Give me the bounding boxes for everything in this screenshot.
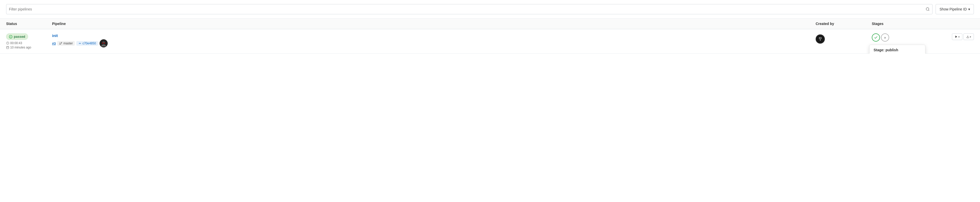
download-button[interactable]: ▾ xyxy=(963,33,974,40)
actions-cell: ▾ ▾ xyxy=(928,33,974,40)
user-avatar: T xyxy=(816,35,825,44)
search-button[interactable] xyxy=(926,7,930,11)
download-chevron-icon: ▾ xyxy=(970,35,971,38)
stage-passed-circle[interactable] xyxy=(872,33,880,41)
pipeline-name-link[interactable]: init xyxy=(52,33,58,38)
status-text: passed xyxy=(14,35,25,38)
svg-point-9 xyxy=(61,42,62,43)
branch-icon xyxy=(59,42,62,45)
svg-point-0 xyxy=(926,8,929,10)
commit-avatar xyxy=(100,39,108,48)
svg-point-17 xyxy=(104,43,105,44)
avatar-graphic xyxy=(100,40,107,47)
svg-point-11 xyxy=(80,43,80,44)
svg-line-1 xyxy=(928,10,929,11)
stage-more-icon: » xyxy=(884,35,886,40)
time-line: 10 minutes ago xyxy=(6,46,52,49)
run-button[interactable]: ▾ xyxy=(952,33,963,40)
header-stages: Stages xyxy=(872,22,928,26)
play-icon xyxy=(955,35,958,38)
time-ago-text: 10 minutes ago xyxy=(10,46,31,49)
duration-line: 00:00:43 xyxy=(6,41,52,45)
svg-point-22 xyxy=(819,38,820,38)
branch-badge: master xyxy=(57,41,75,46)
commit-text: c70e4850 xyxy=(83,41,96,45)
table-row: passed 00:00:43 10 minutes ago init #3 xyxy=(0,29,980,54)
stage-dropdown-header: Stage: publish xyxy=(870,45,925,54)
calendar-icon xyxy=(6,46,9,49)
header-created-by: Created by xyxy=(816,22,872,26)
header-actions xyxy=(928,22,974,26)
top-bar: Show Pipeline ID ▾ xyxy=(0,0,980,19)
clock-icon xyxy=(6,41,9,45)
commit-badge: c70e4850 xyxy=(76,41,98,46)
stage-dropdown: Stage: publish Migrate Dev xyxy=(869,45,925,54)
pipeline-cell: init #3 master c70e4850 xyxy=(52,33,816,48)
stage-more-circle[interactable]: » xyxy=(881,33,889,41)
search-wrapper xyxy=(6,4,932,14)
pipeline-meta: #3 master c70e4850 xyxy=(52,39,816,48)
status-meta: 00:00:43 10 minutes ago xyxy=(6,41,52,49)
svg-point-10 xyxy=(60,44,60,45)
run-chevron-icon: ▾ xyxy=(958,35,959,38)
svg-point-23 xyxy=(821,38,821,38)
search-input[interactable] xyxy=(9,7,926,11)
table-header: Status Pipeline Created by Stages xyxy=(0,19,980,29)
check-circle-icon xyxy=(9,35,13,38)
show-pipeline-chevron-icon: ▾ xyxy=(968,7,970,11)
duration-text: 00:00:43 xyxy=(10,41,22,45)
svg-marker-25 xyxy=(956,36,957,38)
status-badge: passed xyxy=(6,33,28,40)
svg-point-16 xyxy=(102,43,103,44)
header-pipeline: Pipeline xyxy=(52,22,816,26)
stages-cell: » Stage: publish Migrate Dev xyxy=(872,33,928,41)
header-status: Status xyxy=(6,22,52,26)
svg-rect-4 xyxy=(6,46,9,49)
user-avatar-graphic: T xyxy=(816,35,825,44)
show-pipeline-id-button[interactable]: Show Pipeline ID ▾ xyxy=(935,4,974,14)
commit-icon xyxy=(78,42,81,45)
created-by-cell: T xyxy=(816,33,872,44)
download-icon xyxy=(966,35,969,38)
branch-text: master xyxy=(63,41,73,45)
pipeline-id-link[interactable]: #3 xyxy=(52,41,56,45)
show-pipeline-label: Show Pipeline ID xyxy=(939,7,967,11)
status-cell: passed 00:00:43 10 minutes ago xyxy=(6,33,52,49)
stage-check-icon xyxy=(874,35,878,40)
